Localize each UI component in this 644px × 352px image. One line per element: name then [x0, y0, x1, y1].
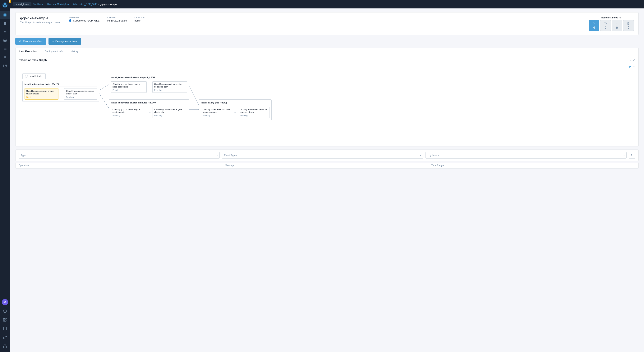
type-filter-wrap: Type [18, 152, 220, 158]
node-btn-loading[interactable]: ↻ 0 [600, 20, 611, 31]
svg-point-3 [5, 5, 7, 7]
task-group-2: Install_kubernetes-cluster-node-pool_jc8… [109, 74, 189, 95]
sidebar-item-settings[interactable] [0, 36, 10, 45]
execution-panel: Execution Task Graph ? ⤢ ▶ ⤡ Install sta… [15, 55, 639, 146]
sidebar-item-edit[interactable] [0, 315, 10, 324]
task-1-2-status: Pending [66, 96, 95, 98]
event-types-filter[interactable]: Event Types [222, 152, 423, 158]
execution-panel-header: Execution Task Graph ? ⤢ [18, 58, 636, 62]
svg-line-25 [99, 85, 109, 90]
sidebar-item-help[interactable] [0, 61, 10, 70]
svg-point-2 [3, 5, 4, 7]
creator-meta: Creator admin [134, 16, 145, 22]
creator-label: Creator [134, 16, 145, 19]
help-icon[interactable]: ? [630, 58, 631, 62]
breadcrumb: Dashboard › Blueprint Marketplace › Kube… [33, 3, 118, 6]
trial-badge: TRIAL [9, 0, 11, 3]
sidebar-item-executions[interactable] [0, 45, 10, 53]
log-levels-filter[interactable]: Log Levels [426, 152, 626, 158]
sidebar-item-admin[interactable] [0, 53, 10, 61]
svg-line-26 [99, 93, 109, 108]
svg-rect-5 [5, 14, 6, 15]
fullscreen-icon[interactable]: ⤡ [633, 65, 636, 68]
task-group-1: Install_kubernetes-cluster_35v170 Cloudi… [22, 81, 99, 102]
sidebar-item-blueprints[interactable] [0, 19, 10, 28]
play-icon[interactable]: ▶ [630, 65, 632, 68]
sidebar-item-deployments[interactable] [0, 11, 10, 19]
sidebar-item-lock[interactable] [0, 342, 10, 350]
blueprint-meta: Blueprint 👤 Kubernetes_GCP_GKE [68, 16, 100, 22]
node-count-delete: 0 [628, 26, 630, 29]
menu-icon: ≡ [52, 40, 54, 43]
sidebar: TRIAL AD [0, 0, 10, 352]
graph-toolbar: ▶ ⤡ [18, 65, 636, 68]
node-btn-success[interactable]: ✓ 0 [612, 20, 622, 31]
node-count-loading: 0 [605, 26, 606, 30]
x-icon: ✕ [593, 22, 595, 25]
blueprint-label: Blueprint [68, 16, 100, 19]
svg-point-9 [4, 40, 6, 41]
sidebar-item-plugins[interactable] [0, 28, 10, 36]
task-row-2: Cloudify gcp container engine node pool … [111, 81, 187, 93]
task-3-2-status: Pending [154, 114, 185, 117]
svg-rect-23 [4, 346, 6, 348]
loading-spinner [25, 75, 28, 78]
arrow-1: → [60, 92, 63, 95]
operation-col-header: Operation [18, 164, 223, 167]
created-label: Created [107, 16, 127, 19]
task-box-1-1: Cloudify gcp container engine cluster cr… [24, 88, 58, 100]
svg-point-1 [4, 3, 6, 5]
task-box-4-1: Cloudify kubernetes tasks file resource … [201, 107, 232, 118]
blueprint-value-row: 👤 Kubernetes_GCP_GKE [68, 19, 100, 22]
tab-history[interactable]: History [67, 48, 82, 55]
node-btn-error[interactable]: ✕ 4 [588, 20, 599, 31]
deployment-actions-button[interactable]: ≡ Deployment actions [48, 38, 81, 45]
node-btn-delete[interactable]: 🗑 0 [623, 20, 634, 31]
task-group-3-title: Install_kubernetes-cluster-attributes_4n… [111, 102, 187, 105]
sidebar-bottom: AD [0, 298, 10, 352]
time-range-col-header: Time Range [431, 164, 636, 167]
execute-workflow-label: Execute workflow [23, 40, 42, 43]
gear-icon: ⚙ [19, 40, 22, 43]
execution-panel-title: Execution Task Graph [18, 59, 47, 62]
execute-workflow-button[interactable]: ⚙ Execute workflow [15, 38, 46, 45]
log-levels-filter-wrap: Log Levels [426, 152, 626, 158]
breadcrumb-dashboard[interactable]: Dashboard [33, 3, 44, 6]
sidebar-item-table[interactable] [0, 324, 10, 333]
sidebar-item-key[interactable] [0, 333, 10, 342]
logo[interactable]: TRIAL [0, 0, 10, 10]
sidebar-nav [0, 10, 10, 70]
expand-icon[interactable]: ⤢ [633, 58, 636, 62]
refresh-button[interactable]: ↻ [629, 152, 636, 158]
breadcrumb-sep-1: › [46, 3, 46, 6]
task-group-4-title: Install_sanity_pod_8mjr9p [201, 102, 270, 105]
sidebar-item-avatar[interactable]: AD [0, 298, 10, 306]
tab-last-execution[interactable]: Last Execution [16, 48, 41, 55]
task-1-1-title: Cloudify gcp container engine cluster cr… [26, 90, 57, 95]
svg-rect-4 [4, 14, 5, 15]
tab-deployment-info[interactable]: Deployment Info [41, 48, 67, 55]
sidebar-item-history[interactable] [0, 307, 10, 315]
action-bar: ⚙ Execute workflow ≡ Deployment actions [15, 38, 639, 45]
filter-bar: Type Event Types Log Levels ↻ [15, 149, 639, 161]
task-4-1-title: Cloudify kubernetes tasks file resource … [202, 108, 230, 114]
svg-line-28 [189, 86, 199, 105]
breadcrumb-marketplace[interactable]: Blueprint Marketplace [47, 3, 70, 6]
task-4-1-status: Pending [202, 114, 230, 117]
type-filter[interactable]: Type [18, 152, 220, 158]
breadcrumb-sep-2: › [71, 3, 72, 6]
content-area: gcp-gke-example This blueprint create a … [10, 9, 644, 352]
breadcrumb-kubernetes[interactable]: Kubernetes_GCP_GKE [73, 3, 97, 6]
task-group-3: Install_kubernetes-cluster-attributes_4n… [109, 99, 189, 120]
task-box-3-2: Cloudify gcp container engine cluster st… [152, 107, 187, 118]
avatar: AD [2, 299, 8, 305]
task-row-3: Cloudify gcp container engine cluster cr… [111, 107, 187, 118]
creator-value: admin [134, 19, 145, 22]
deployment-title: gcp-gke-example [20, 16, 61, 20]
arrow-4: → [234, 111, 236, 114]
tenant-badge[interactable]: default_tenant [13, 2, 32, 6]
task-box-2-1: Cloudify gcp container engine node pool … [111, 81, 146, 93]
task-4-2-status: Pending [240, 114, 268, 117]
tabs: Last Execution Deployment Info History [16, 48, 638, 55]
topbar: default_tenant Dashboard › Blueprint Mar… [10, 0, 644, 9]
